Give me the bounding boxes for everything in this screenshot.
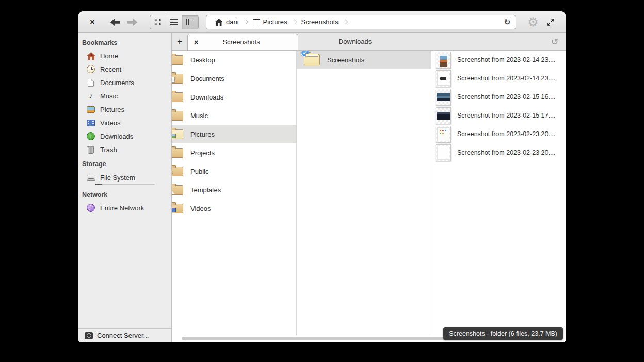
folder-row-documents[interactable]: Documents: [172, 69, 296, 88]
file-row[interactable]: Screenshot from 2023-02-14 23....: [431, 51, 566, 69]
icon-view-button[interactable]: [150, 15, 166, 29]
sidebar-item-music[interactable]: ♪ Music: [78, 89, 171, 103]
column-view-button[interactable]: [182, 15, 198, 29]
tab-downloads[interactable]: Downloads: [298, 33, 412, 50]
sidebar: Bookmarks Home Recent Documents ♪ Music: [78, 33, 172, 342]
back-arrow-icon: [109, 18, 121, 26]
folder-row-music[interactable]: ♪ Music: [172, 106, 296, 125]
home-icon: [215, 19, 223, 26]
folder-label: Screenshots: [327, 56, 364, 64]
sidebar-item-recent[interactable]: Recent: [78, 62, 171, 76]
file-label: Screenshot from 2023-02-15 16....: [457, 93, 555, 101]
open-folder-icon: ✓: [304, 54, 320, 65]
folder-icon: [172, 148, 183, 158]
folder-row-pictures-selected[interactable]: Pictures: [172, 125, 296, 143]
breadcrumb-chevron-icon: [343, 20, 348, 25]
list-view-button[interactable]: [166, 15, 182, 29]
file-thumbnail-icon: [436, 52, 451, 69]
folder-row-projects[interactable]: Projects: [172, 143, 296, 162]
connect-server-label: Connect Server...: [97, 332, 149, 339]
history-button[interactable]: ↺: [544, 33, 566, 50]
file-row[interactable]: Screenshot from 2023-02-15 17....: [431, 106, 566, 125]
sidebar-item-label: Home: [100, 52, 118, 60]
sidebar-item-file-system[interactable]: File System: [78, 170, 171, 184]
folder-row-videos[interactable]: Videos: [172, 199, 296, 218]
window-close-button[interactable]: ×: [87, 17, 98, 28]
file-thumbnail-icon: [436, 70, 451, 87]
picture-frame-icon: [253, 19, 260, 25]
music-note-icon: ♪: [86, 91, 95, 101]
breadcrumb-label: Pictures: [263, 18, 287, 26]
column-view-icon: [186, 19, 194, 25]
folder-icon: ♪: [172, 111, 183, 121]
sidebar-item-videos[interactable]: Videos: [78, 116, 171, 129]
folder-label: Templates: [190, 186, 221, 194]
breadcrumb-chevron-icon: [243, 20, 248, 25]
sidebar-item-label: Videos: [100, 119, 121, 127]
forward-arrow-icon: [127, 18, 138, 26]
sidebar-item-pictures[interactable]: Pictures: [78, 103, 171, 116]
file-thumbnail-icon: [436, 126, 451, 143]
folder-row-templates[interactable]: Templates: [172, 180, 296, 199]
back-button[interactable]: [106, 15, 124, 29]
server-globe-icon: [85, 332, 93, 339]
sidebar-item-label: Entire Network: [100, 204, 144, 212]
tab-bar: + × Screenshots Downloads ↺: [172, 33, 566, 51]
column-home-folders: Desktop Documents ↓ Downloads ♪ Music: [172, 51, 297, 335]
fullscreen-button[interactable]: [542, 14, 559, 30]
open-folder-icon: [172, 129, 183, 139]
sidebar-item-entire-network[interactable]: Entire Network: [78, 201, 171, 215]
settings-menu-button[interactable]: ⚙: [524, 14, 542, 30]
file-row[interactable]: Screenshot from 2023-02-15 16....: [431, 88, 566, 106]
folder-row-public[interactable]: < Public: [172, 162, 296, 180]
sidebar-item-trash[interactable]: Trash: [78, 143, 171, 156]
status-tooltip: Screenshots - folder (6 files, 23.7 MB): [443, 327, 563, 340]
hard-drive-icon: [86, 173, 95, 183]
tab-close-icon[interactable]: ×: [194, 38, 198, 46]
sidebar-item-label: File System: [100, 174, 135, 182]
column-screenshots-files: Screenshot from 2023-02-14 23.... Screen…: [431, 51, 566, 335]
breadcrumb-pictures-segment[interactable]: Pictures: [250, 18, 291, 26]
file-row[interactable]: Screenshot from 2023-02-23 20....: [431, 143, 566, 162]
sidebar-item-label: Pictures: [100, 106, 124, 113]
folder-label: Downloads: [190, 93, 223, 101]
file-label: Screenshot from 2023-02-14 23....: [457, 75, 555, 82]
file-row[interactable]: Screenshot from 2023-02-23 20....: [431, 125, 566, 143]
sidebar-section-bookmarks: Bookmarks: [78, 35, 171, 49]
folder-label: Projects: [190, 149, 215, 157]
file-label: Screenshot from 2023-02-14 23....: [457, 56, 555, 63]
folder-label: Videos: [190, 205, 211, 212]
file-label: Screenshot from 2023-02-23 20....: [457, 149, 555, 156]
sidebar-item-label: Music: [100, 92, 118, 100]
download-circle-icon: ↓: [86, 131, 95, 141]
folder-icon: [172, 74, 183, 84]
forward-button[interactable]: [124, 15, 141, 29]
sidebar-item-label: Trash: [100, 146, 117, 154]
photo-icon: [86, 105, 95, 114]
breadcrumb: dani Pictures Screenshots ↻: [206, 15, 516, 29]
breadcrumb-home-segment[interactable]: dani: [212, 18, 242, 26]
folder-row-downloads[interactable]: ↓ Downloads: [172, 88, 296, 106]
sidebar-item-downloads[interactable]: ↓ Downloads: [78, 129, 171, 143]
new-tab-button[interactable]: +: [172, 33, 187, 50]
list-view-icon: [170, 19, 178, 25]
file-row[interactable]: Screenshot from 2023-02-14 23....: [431, 69, 566, 88]
icon-view-icon: [155, 19, 161, 25]
expand-arrows-icon: [546, 18, 555, 26]
breadcrumb-label: dani: [226, 18, 239, 26]
tab-screenshots[interactable]: × Screenshots: [187, 34, 298, 50]
breadcrumb-label: Screenshots: [301, 18, 339, 26]
sidebar-item-home[interactable]: Home: [78, 49, 171, 62]
file-label: Screenshot from 2023-02-23 20....: [457, 130, 555, 138]
sidebar-item-documents[interactable]: Documents: [78, 76, 171, 89]
folder-row-screenshots-selected[interactable]: ✓ Screenshots: [297, 51, 431, 69]
document-icon: [86, 78, 95, 87]
folder-row-desktop[interactable]: Desktop: [172, 51, 296, 69]
column-pictures-contents: ✓ Screenshots: [297, 51, 431, 335]
refresh-button[interactable]: ↻: [499, 15, 516, 29]
connect-server-button[interactable]: Connect Server...: [78, 328, 171, 342]
selection-checkmark-icon: ✓: [301, 51, 309, 57]
folder-label: Desktop: [190, 56, 215, 64]
breadcrumb-screenshots-segment[interactable]: Screenshots: [298, 18, 342, 26]
file-label: Screenshot from 2023-02-15 17....: [457, 112, 555, 119]
